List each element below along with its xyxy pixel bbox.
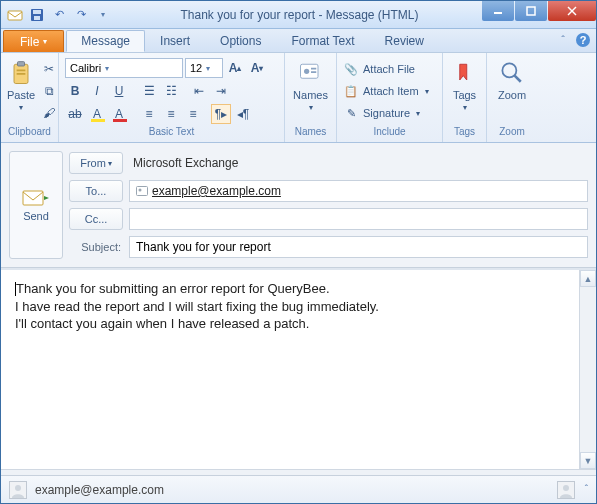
to-recipient-chip[interactable]: example@example.com (136, 184, 281, 198)
window-controls (482, 1, 596, 28)
body-line-2: I have read the report and I will start … (15, 298, 565, 316)
app-icon (7, 7, 23, 23)
to-button[interactable]: To... (69, 180, 123, 202)
svg-rect-3 (34, 16, 40, 20)
font-name-combo[interactable]: Calibri▾ (65, 58, 183, 78)
ribbon-tabs: File ▾ Message Insert Options Format Tex… (1, 29, 596, 53)
statusbar: example@example.com ˆ (1, 475, 596, 503)
font-size-combo[interactable]: 12▾ (185, 58, 223, 78)
tab-format-text[interactable]: Format Text (276, 30, 369, 52)
include-group-label: Include (343, 126, 436, 142)
bullets-button[interactable]: ☰ (139, 81, 159, 101)
status-account-text: example@example.com (35, 483, 164, 497)
svg-rect-0 (8, 11, 22, 20)
font-name-value: Calibri (70, 62, 101, 74)
tags-button[interactable]: Tags ▾ (449, 55, 480, 112)
svg-rect-9 (18, 62, 25, 66)
group-zoom: Zoom Zoom (487, 53, 537, 142)
paste-button[interactable]: Paste ▾ (7, 55, 35, 112)
cut-button[interactable]: ✂ (39, 59, 59, 79)
tab-message[interactable]: Message (66, 30, 145, 52)
save-icon[interactable] (29, 7, 45, 23)
group-clipboard: Paste ▾ ✂ ⧉ 🖌 Clipboard (1, 53, 59, 142)
bold-button[interactable]: B (65, 81, 85, 101)
to-field[interactable]: example@example.com (129, 180, 588, 202)
ltr-button[interactable]: ¶▸ (211, 104, 231, 124)
svg-point-20 (139, 189, 142, 192)
svg-point-21 (15, 485, 21, 491)
align-center-button[interactable]: ≡ (161, 104, 181, 124)
svg-rect-11 (17, 73, 26, 75)
tab-review[interactable]: Review (370, 30, 439, 52)
names-label: Names (293, 89, 328, 101)
italic-button[interactable]: I (87, 81, 107, 101)
attach-item-icon: 📋 (343, 83, 359, 99)
rtl-button[interactable]: ◂¶ (233, 104, 253, 124)
file-tab[interactable]: File ▾ (3, 30, 64, 52)
cc-field[interactable] (129, 208, 588, 230)
strikethrough-button[interactable]: ab (65, 104, 85, 124)
body-line-3: I'll contact you again when I have relea… (15, 315, 565, 333)
from-button[interactable]: From ▾ (69, 152, 123, 174)
maximize-button[interactable] (515, 1, 547, 21)
svg-rect-2 (33, 10, 41, 14)
shrink-font-button[interactable]: A▾ (247, 58, 267, 78)
compose-header: Send From ▾ Microsoft Exchange To... exa… (1, 143, 596, 268)
svg-line-17 (515, 76, 521, 82)
header-fields: From ▾ Microsoft Exchange To... example@… (69, 151, 588, 259)
grow-font-button[interactable]: A▴ (225, 58, 245, 78)
names-group-label: Names (291, 126, 330, 142)
window: ↶ ↷ ▾ Thank you for your report - Messag… (0, 0, 597, 504)
help-icon[interactable]: ? (576, 33, 590, 47)
send-button[interactable]: Send (9, 151, 63, 259)
presence-avatar[interactable] (557, 481, 575, 499)
group-tags: Tags ▾ Tags (443, 53, 487, 142)
attach-item-button[interactable]: 📋Attach Item▾ (343, 81, 429, 101)
to-recipient-text: example@example.com (152, 184, 281, 198)
scroll-down-button[interactable]: ▼ (580, 452, 596, 469)
expand-people-pane-icon[interactable]: ˆ (585, 484, 588, 495)
file-tab-label: File (20, 35, 39, 49)
indent-button[interactable]: ⇥ (211, 81, 231, 101)
align-left-button[interactable]: ≡ (139, 104, 159, 124)
tab-insert[interactable]: Insert (145, 30, 205, 52)
format-painter-button[interactable]: 🖌 (39, 103, 59, 123)
paste-label: Paste (7, 89, 35, 101)
align-right-button[interactable]: ≡ (183, 104, 203, 124)
attach-file-button[interactable]: 📎Attach File (343, 59, 415, 79)
names-button[interactable]: Names ▾ (291, 55, 330, 112)
subject-field[interactable] (129, 236, 588, 258)
numbering-button[interactable]: ☷ (161, 81, 181, 101)
minimize-button[interactable] (482, 1, 514, 21)
minimize-ribbon-icon[interactable]: ˆ (556, 33, 570, 47)
undo-icon[interactable]: ↶ (51, 7, 67, 23)
ribbon: Paste ▾ ✂ ⧉ 🖌 Clipboard Calibri▾ 12▾ A▴ … (1, 53, 596, 143)
tags-label: Tags (453, 89, 476, 101)
svg-rect-14 (311, 68, 316, 70)
svg-point-13 (304, 69, 309, 74)
vertical-scrollbar[interactable]: ▲ ▼ (579, 270, 596, 469)
qat-dropdown-icon[interactable]: ▾ (95, 7, 111, 23)
close-button[interactable] (548, 1, 596, 21)
highlight-button[interactable]: A (87, 104, 107, 124)
font-color-button[interactable]: A (109, 104, 129, 124)
body-line-1: Thank you for submitting an error report… (16, 281, 330, 296)
tab-options[interactable]: Options (205, 30, 276, 52)
redo-icon[interactable]: ↷ (73, 7, 89, 23)
zoom-button[interactable]: Zoom (493, 55, 531, 101)
message-body[interactable]: Thank you for submitting an error report… (1, 270, 579, 469)
svg-rect-10 (17, 70, 26, 72)
account-avatar[interactable] (9, 481, 27, 499)
group-names: Names ▾ Names (285, 53, 337, 142)
contact-card-icon (136, 185, 148, 197)
signature-icon: ✎ (343, 105, 359, 121)
tags-group-label: Tags (449, 126, 480, 142)
signature-button[interactable]: ✎Signature▾ (343, 103, 420, 123)
copy-button[interactable]: ⧉ (39, 81, 59, 101)
cc-button[interactable]: Cc... (69, 208, 123, 230)
titlebar: ↶ ↷ ▾ Thank you for your report - Messag… (1, 1, 596, 29)
scroll-up-button[interactable]: ▲ (580, 270, 596, 287)
underline-button[interactable]: U (109, 81, 129, 101)
outdent-button[interactable]: ⇤ (189, 81, 209, 101)
window-title: Thank you for your report - Message (HTM… (117, 8, 482, 22)
